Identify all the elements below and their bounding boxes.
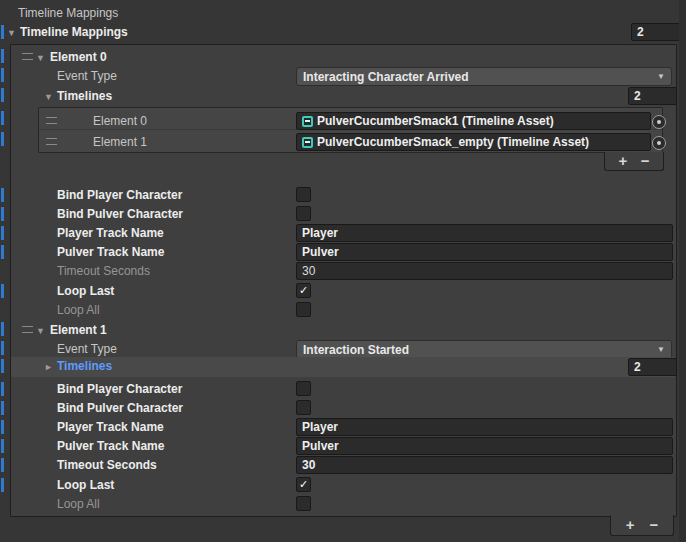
timelines-foldout-0[interactable]: Timelines <box>57 88 112 104</box>
right-gutter <box>679 0 686 542</box>
chevron-down-icon: ▼ <box>657 345 665 354</box>
override-bar <box>1 322 4 336</box>
loop-all-label: Loop All <box>57 302 100 318</box>
loop-last-checkbox-1[interactable]: ✓ <box>296 477 311 492</box>
player-track-input-0[interactable]: Player <box>296 224 673 242</box>
override-bar <box>1 439 4 453</box>
timeline-asset-icon <box>302 116 313 127</box>
remove-element-button[interactable]: − <box>649 517 658 533</box>
bind-player-checkbox-0[interactable] <box>296 187 311 202</box>
loop-last-label: Loop Last <box>57 283 114 299</box>
timeline-object-value: PulverCucumberSmack_empty (Timeline Asse… <box>317 135 589 149</box>
foldout-open-icon[interactable]: ▼ <box>36 324 45 338</box>
player-track-value: Player <box>302 226 338 240</box>
override-bar <box>1 359 4 373</box>
add-element-button[interactable]: + <box>626 517 635 533</box>
timeout-label: Timeout Seconds <box>57 457 157 473</box>
remove-element-button[interactable]: − <box>641 153 650 169</box>
check-icon: ✓ <box>299 284 308 297</box>
bind-player-label: Bind Player Character <box>57 381 182 397</box>
override-bar <box>1 188 4 202</box>
timeline-item-1-label: Element 1 <box>93 134 147 150</box>
timelines-size-value: 2 <box>634 89 641 103</box>
override-bar <box>1 284 4 298</box>
element-1-title[interactable]: Element 1 <box>50 322 107 338</box>
array-size-value: 2 <box>637 25 644 39</box>
timeout-value: 30 <box>302 458 315 472</box>
player-track-label: Player Track Name <box>57 225 164 241</box>
bind-pulver-checkbox-0[interactable] <box>296 206 311 221</box>
override-bar <box>1 382 4 396</box>
object-picker-icon[interactable] <box>652 115 666 129</box>
timelines-foldout-1[interactable]: Timelines <box>57 358 112 374</box>
timeout-label: Timeout Seconds <box>57 263 150 279</box>
override-bar <box>1 207 4 221</box>
foldout-open-icon[interactable]: ▼ <box>44 90 53 104</box>
override-bar <box>1 420 4 434</box>
drag-handle[interactable] <box>46 138 57 145</box>
override-bar <box>1 111 4 125</box>
bind-pulver-label: Bind Pulver Character <box>57 400 183 416</box>
override-bar <box>1 478 4 492</box>
add-element-button[interactable]: + <box>618 153 627 169</box>
override-bar <box>1 68 4 82</box>
player-track-label: Player Track Name <box>57 419 164 435</box>
check-icon: ✓ <box>299 478 308 491</box>
drag-handle[interactable] <box>22 53 33 60</box>
bind-player-checkbox-1[interactable] <box>296 381 311 396</box>
element-0-title[interactable]: Element 0 <box>50 49 107 65</box>
override-bar <box>1 49 4 63</box>
loop-all-checkbox-0[interactable] <box>296 302 311 317</box>
loop-all-checkbox-1[interactable] <box>296 496 311 511</box>
foldout-open-icon[interactable]: ▼ <box>36 51 45 65</box>
override-bar <box>1 132 4 146</box>
foldout-closed-icon[interactable]: ► <box>44 360 53 374</box>
chevron-down-icon: ▼ <box>657 72 665 81</box>
timeline-asset-icon <box>302 137 313 148</box>
object-picker-icon[interactable] <box>652 136 666 150</box>
loop-last-checkbox-0[interactable]: ✓ <box>296 283 311 298</box>
timeout-input-0[interactable]: 30 <box>296 262 673 280</box>
pulver-track-value: Pulver <box>302 245 339 259</box>
script-field-label: Timeline Mappings <box>18 5 118 21</box>
timeout-input-1[interactable]: 30 <box>296 456 673 474</box>
event-type-value: Interacting Character Arrived <box>303 70 469 84</box>
main-foldout-label[interactable]: Timeline Mappings <box>20 24 128 40</box>
override-bar <box>1 458 4 472</box>
bind-pulver-checkbox-1[interactable] <box>296 400 311 415</box>
foldout-open-icon[interactable]: ▼ <box>7 26 16 40</box>
timeline-object-field-1[interactable]: PulverCucumberSmack_empty (Timeline Asse… <box>296 133 651 151</box>
timelines-size-field-1[interactable]: 2 <box>628 358 677 376</box>
array-size-field[interactable]: 2 <box>631 23 681 41</box>
timeline-object-field-0[interactable]: PulverCucumberSmack1 (Timeline Asset) <box>296 112 651 130</box>
loop-all-label: Loop All <box>57 496 100 512</box>
event-type-label: Event Type <box>57 68 117 84</box>
timeline-object-value: PulverCucumberSmack1 (Timeline Asset) <box>317 114 554 128</box>
timelines-list-footer: + − <box>604 152 664 171</box>
pulver-track-label: Pulver Track Name <box>57 244 164 260</box>
override-bar <box>1 25 4 39</box>
pulver-track-value: Pulver <box>302 439 339 453</box>
bind-pulver-label: Bind Pulver Character <box>57 206 183 222</box>
pulver-track-input-1[interactable]: Pulver <box>296 437 673 455</box>
bind-player-label: Bind Player Character <box>57 187 182 203</box>
pulver-track-input-0[interactable]: Pulver <box>296 243 673 261</box>
player-track-input-1[interactable]: Player <box>296 418 673 436</box>
pulver-track-label: Pulver Track Name <box>57 438 164 454</box>
drag-handle[interactable] <box>46 117 57 124</box>
player-track-value: Player <box>302 420 338 434</box>
timelines-size-value: 2 <box>634 360 641 374</box>
override-bar <box>1 401 4 415</box>
loop-last-label: Loop Last <box>57 477 114 493</box>
override-bar <box>1 245 4 259</box>
override-bar <box>1 341 4 355</box>
event-type-value: Interaction Started <box>303 343 409 357</box>
override-bar <box>1 88 4 102</box>
timelines-size-field-0[interactable]: 2 <box>628 87 677 105</box>
event-type-dropdown-0[interactable]: Interacting Character Arrived ▼ <box>296 67 672 86</box>
mappings-list-footer: + − <box>610 515 674 536</box>
timeout-value: 30 <box>302 264 315 278</box>
timeline-item-0-label: Element 0 <box>93 113 147 129</box>
override-bar <box>1 226 4 240</box>
drag-handle[interactable] <box>22 326 33 333</box>
